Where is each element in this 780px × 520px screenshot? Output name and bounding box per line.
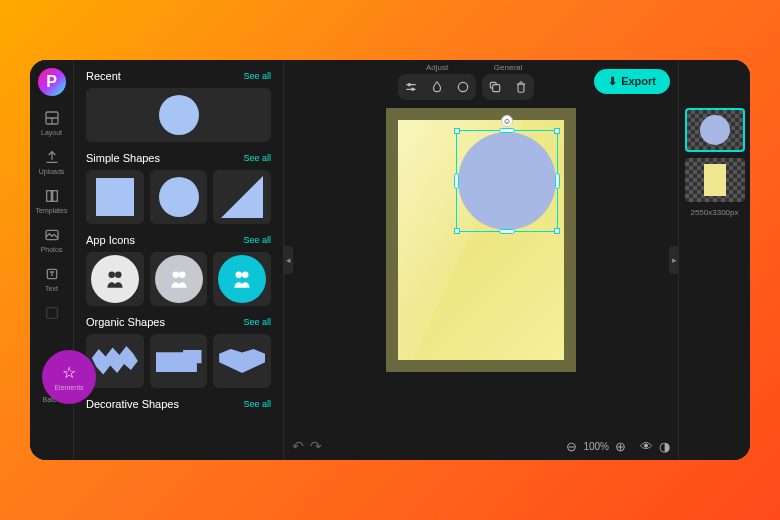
export-label: Export (621, 75, 656, 87)
shape-triangle[interactable] (213, 170, 271, 224)
svg-rect-3 (46, 191, 51, 202)
svg-point-18 (412, 88, 414, 90)
app-icon-3[interactable] (213, 252, 271, 306)
download-icon: ⬇ (608, 75, 617, 88)
section-title: Recent (86, 70, 121, 82)
section-decorative-shapes: Decorative Shapes See all (86, 398, 271, 410)
layer-circle[interactable] (685, 108, 745, 152)
resize-handle-b[interactable] (499, 229, 515, 234)
nav-text[interactable]: Text (30, 260, 73, 297)
elements-panel: Recent See all Simple Shapes See all App… (74, 60, 284, 460)
shape-square[interactable] (86, 170, 144, 224)
rotate-handle[interactable]: ☺ (501, 115, 513, 127)
app-icon-1[interactable] (86, 252, 144, 306)
svg-point-14 (242, 271, 249, 278)
section-title: Simple Shapes (86, 152, 160, 164)
visibility-button[interactable]: 👁 (640, 439, 653, 454)
shape-circle[interactable] (150, 170, 208, 224)
resize-handle-tl[interactable] (454, 128, 460, 134)
undo-button[interactable]: ↶ (292, 438, 304, 454)
upload-icon (43, 148, 61, 166)
nav-photos[interactable]: Photos (30, 221, 73, 258)
resize-handle-l[interactable] (454, 173, 459, 189)
see-all-link[interactable]: See all (243, 71, 271, 81)
section-app-icons: App Icons See all (86, 234, 271, 306)
layout-icon (43, 109, 61, 127)
organic-shape-2[interactable] (150, 334, 208, 388)
text-icon (43, 265, 61, 283)
selection-box: ☺ (456, 130, 558, 232)
canvas-viewport[interactable]: ☺ (284, 102, 678, 460)
nav-uploads[interactable]: Uploads (30, 143, 73, 180)
export-button[interactable]: ⬇ Export (594, 69, 670, 94)
nav-label: Uploads (39, 168, 65, 175)
shape-circle[interactable] (86, 88, 271, 142)
svg-point-19 (458, 82, 467, 91)
zoom-controls: ⊖ 100% ⊕ 👁 ◑ (566, 439, 670, 454)
svg-rect-20 (493, 84, 500, 91)
zoom-value[interactable]: 100% (583, 441, 609, 452)
app-logo[interactable]: P (38, 68, 66, 96)
layer-background[interactable] (685, 158, 745, 202)
selected-shape[interactable]: ☺ (458, 132, 556, 230)
drop-button[interactable] (424, 74, 450, 100)
svg-point-9 (108, 271, 115, 278)
see-all-link[interactable]: See all (243, 317, 271, 327)
resize-handle-tr[interactable] (554, 128, 560, 134)
app-window: P Layout Uploads Templates Photos Text B… (30, 60, 750, 460)
adjust-tools: Adjust (398, 63, 476, 100)
top-toolbar: Adjust General ⬇ Export (284, 60, 678, 102)
artboard[interactable]: ☺ (386, 108, 576, 372)
svg-rect-4 (52, 191, 57, 202)
svg-point-10 (115, 271, 122, 278)
zoom-in-button[interactable]: ⊕ (615, 439, 626, 454)
delete-button[interactable] (508, 74, 534, 100)
app-icon-2[interactable] (150, 252, 208, 306)
group-label: General (494, 63, 522, 72)
nav-label: Layout (41, 129, 62, 136)
nav-templates[interactable]: Templates (30, 182, 73, 219)
nav-label: Text (45, 285, 58, 292)
collapse-layers-button[interactable]: ▸ (669, 246, 679, 274)
general-tools: General (482, 63, 534, 100)
resize-handle-t[interactable] (499, 128, 515, 133)
organic-shape-3[interactable] (213, 334, 271, 388)
section-organic-shapes: Organic Shapes See all (86, 316, 271, 388)
section-title: Organic Shapes (86, 316, 165, 328)
section-title: App Icons (86, 234, 135, 246)
bottom-bar: ↶ ↷ ⊖ 100% ⊕ 👁 ◑ (292, 438, 670, 454)
section-simple-shapes: Simple Shapes See all (86, 152, 271, 224)
svg-point-17 (408, 83, 410, 85)
color-button[interactable] (450, 74, 476, 100)
see-all-link[interactable]: See all (243, 235, 271, 245)
svg-rect-7 (46, 308, 57, 319)
redo-button[interactable]: ↷ (310, 438, 322, 454)
see-all-link[interactable]: See all (243, 399, 271, 409)
templates-icon (43, 187, 61, 205)
section-recent: Recent See all (86, 70, 271, 142)
canvas-area: Adjust General ⬇ Export (284, 60, 678, 460)
resize-handle-br[interactable] (554, 228, 560, 234)
section-title: Decorative Shapes (86, 398, 179, 410)
see-all-link[interactable]: See all (243, 153, 271, 163)
layers-button[interactable]: ◑ (659, 439, 670, 454)
duplicate-button[interactable] (482, 74, 508, 100)
nav-hidden (30, 299, 73, 327)
svg-point-11 (172, 271, 179, 278)
canvas-dimensions: 2550x3300px (685, 208, 744, 217)
collapse-panel-button[interactable]: ◂ (283, 246, 293, 274)
nav-label: Photos (41, 246, 63, 253)
resize-handle-bl[interactable] (454, 228, 460, 234)
layers-panel: 2550x3300px (678, 60, 750, 460)
svg-point-12 (179, 271, 186, 278)
nav-label: Elements (54, 384, 83, 391)
nav-elements-active[interactable]: ☆ Elements (42, 350, 96, 404)
svg-point-13 (236, 271, 243, 278)
sliders-button[interactable] (398, 74, 424, 100)
zoom-out-button[interactable]: ⊖ (566, 439, 577, 454)
resize-handle-r[interactable] (555, 173, 560, 189)
star-icon: ☆ (62, 363, 76, 382)
group-label: Adjust (426, 63, 448, 72)
nav-layout[interactable]: Layout (30, 104, 73, 141)
placeholder-icon (43, 304, 61, 322)
